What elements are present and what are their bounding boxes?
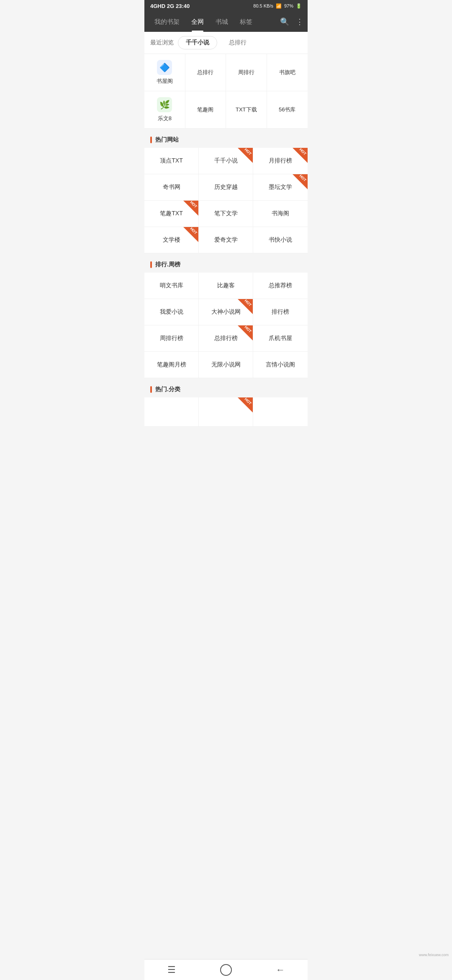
- site-woai[interactable]: 我爱小说: [144, 299, 199, 325]
- site-biqutxt[interactable]: 笔趣TXT HOT: [144, 201, 199, 227]
- site-zongpaihang[interactable]: 总排行榜 HOT: [199, 325, 253, 352]
- site-shuhai[interactable]: 书海阁: [253, 201, 308, 227]
- hot-badge: HOT: [238, 325, 253, 340]
- site-aiqi[interactable]: 爱奇文学: [199, 227, 253, 253]
- section-title-hot-sites: 热门网站: [155, 136, 179, 144]
- section-header-hot-category: 热门.分类: [144, 382, 308, 397]
- site-qishu[interactable]: 奇书网: [144, 174, 199, 201]
- site-wuxian[interactable]: 无限小说网: [199, 352, 253, 378]
- site-wenxuelou[interactable]: 文学楼 HOT: [144, 227, 199, 253]
- site-shukuai[interactable]: 书快小说: [253, 227, 308, 253]
- category-1[interactable]: [144, 397, 199, 427]
- site-month-rank[interactable]: 月排行榜 HOT: [253, 148, 308, 174]
- source-week-rank[interactable]: 周排行: [226, 54, 267, 91]
- source-total-rank[interactable]: 总排行: [185, 54, 226, 91]
- subtab-recent[interactable]: 最近浏览: [150, 39, 174, 46]
- hot-category-grid: HOT: [144, 397, 308, 427]
- site-dingdiantxt[interactable]: 顶点TXT: [144, 148, 199, 174]
- section-header-week-rank: 排行.周榜: [144, 257, 308, 273]
- hot-badge: HOT: [183, 227, 198, 242]
- section-title-hot-category: 热门.分类: [155, 386, 180, 393]
- source-txt-download[interactable]: TXT下载: [226, 91, 267, 129]
- category-2[interactable]: HOT: [199, 397, 253, 427]
- source-lewen8[interactable]: 🌿 乐文8: [144, 91, 185, 129]
- hot-badge: HOT: [183, 201, 198, 216]
- status-bar: 4GHD 2G 23:40 80.5 KB/s 📶 97% 🔋: [144, 0, 308, 12]
- week-rank-grid: 哨文书库 比趣客 总推荐榜 我爱小说 大神小说网 HOT 排行榜 周排行榜 总排…: [144, 273, 308, 382]
- site-motan[interactable]: 墨坛文学 HOT: [253, 174, 308, 201]
- hot-sites-grid: 顶点TXT 千千小说 HOT 月排行榜 HOT 奇书网 历史穿越 墨坛文学 HO…: [144, 148, 308, 257]
- hot-badge: HOT: [238, 148, 253, 163]
- section-indicator-2: [150, 261, 152, 268]
- section-indicator: [150, 137, 152, 143]
- sub-tabs: 最近浏览 千千小说 总排行: [144, 32, 308, 54]
- battery-icon: 🔋: [296, 3, 302, 9]
- status-right: 80.5 KB/s 📶 97% 🔋: [253, 3, 302, 9]
- search-icon[interactable]: 🔍: [280, 17, 289, 26]
- source-shuwuge[interactable]: 🔷 书屋阁: [144, 54, 185, 91]
- section-title-week-rank: 排行.周榜: [155, 261, 180, 268]
- hot-badge: HOT: [293, 174, 308, 189]
- wifi-icon: 📶: [276, 3, 282, 9]
- source-shuqiba[interactable]: 书旗吧: [267, 54, 308, 91]
- nav-tab-allnet[interactable]: 全网: [185, 12, 210, 32]
- site-bixia[interactable]: 笔下文学: [199, 201, 253, 227]
- battery-label: 97%: [284, 3, 293, 8]
- source-biquge[interactable]: 笔趣阁: [185, 91, 226, 129]
- lewen-icon: 🌿: [157, 97, 172, 112]
- subtab-total-rank[interactable]: 总排行: [221, 36, 254, 49]
- status-left: 4GHD 2G 23:40: [150, 3, 190, 9]
- source-grid: 🔷 书屋阁 总排行 周排行 书旗吧 🌿 乐文8 笔趣阁 TXT下载 56书库: [144, 54, 308, 132]
- subtab-qianqian[interactable]: 千千小说: [178, 36, 217, 49]
- more-icon[interactable]: ⋮: [296, 17, 303, 26]
- shuwuge-icon: 🔷: [157, 60, 172, 75]
- nav-icons: 🔍 ⋮: [280, 17, 303, 26]
- section-indicator-3: [150, 386, 152, 393]
- nav-header: 我的书架 全网 书城 标签 🔍 ⋮: [144, 12, 308, 32]
- section-header-hot-sites: 热门网站: [144, 132, 308, 148]
- hot-badge: HOT: [293, 148, 308, 163]
- site-dashen[interactable]: 大神小说网 HOT: [199, 299, 253, 325]
- site-biquyuebang[interactable]: 笔趣阁月榜: [144, 352, 199, 378]
- site-yanqing[interactable]: 言情小说阁: [253, 352, 308, 378]
- site-history[interactable]: 历史穿越: [199, 174, 253, 201]
- nav-tab-tags[interactable]: 标签: [234, 12, 258, 32]
- site-shaowen[interactable]: 哨文书库: [144, 273, 199, 299]
- nav-tab-bookshelf[interactable]: 我的书架: [149, 12, 185, 32]
- speed-label: 80.5 KB/s: [253, 3, 273, 8]
- site-qianqian[interactable]: 千千小说 HOT: [199, 148, 253, 174]
- nav-tab-bookstore[interactable]: 书城: [210, 12, 234, 32]
- site-zhoupaihang[interactable]: 周排行榜: [144, 325, 199, 352]
- carrier-label: 4GHD 2G: [150, 3, 174, 9]
- site-zhuaji[interactable]: 爪机书屋: [253, 325, 308, 352]
- source-56shuku[interactable]: 56书库: [267, 91, 308, 129]
- category-3[interactable]: [253, 397, 308, 427]
- site-biquke[interactable]: 比趣客: [199, 273, 253, 299]
- hot-badge: HOT: [238, 397, 253, 413]
- site-paihangbang[interactable]: 排行榜: [253, 299, 308, 325]
- time-label: 23:40: [176, 3, 190, 9]
- site-total-recommend[interactable]: 总推荐榜: [253, 273, 308, 299]
- hot-badge: HOT: [238, 299, 253, 314]
